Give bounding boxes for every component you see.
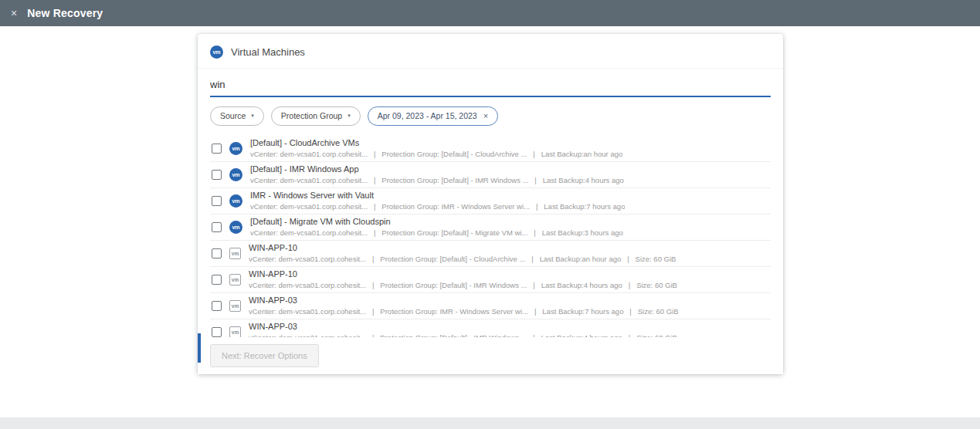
protection-group-filter-label: Protection Group — [281, 111, 342, 121]
vm-icon: vm — [229, 274, 241, 285]
vm-details: vCenter: dem-vcsa01.corp.cohesit... | Pr… — [250, 202, 625, 211]
vm-icon-label: vm — [232, 277, 239, 282]
next-recover-options-button[interactable]: Next: Recover Options — [210, 344, 319, 367]
vm-icon-label: vm — [212, 49, 220, 55]
vm-icon-label: vm — [232, 146, 239, 151]
vm-name: [Default] - IMR Windows App — [250, 164, 624, 174]
date-range-filter-chip[interactable]: Apr 09, 2023 - Apr 15, 2023 × — [368, 106, 498, 126]
vm-details: vCenter: dem-vcsa01.corp.cohesit... | Pr… — [249, 307, 679, 316]
vm-name: WIN-APP-10 — [249, 269, 677, 279]
row-checkbox[interactable] — [212, 196, 222, 206]
table-row[interactable]: vm WIN-APP-10 vCenter: dem-vcsa01.corp.c… — [210, 241, 771, 267]
row-checkbox[interactable] — [212, 144, 222, 154]
vm-icon: vm — [229, 248, 241, 259]
row-text: [Default] - IMR Windows App vCenter: dem… — [250, 164, 624, 184]
table-row[interactable]: vm [Default] - CloudArchive VMs vCenter:… — [210, 136, 771, 162]
vm-details: vCenter: dem-vcsa01.corp.cohesit... | Pr… — [249, 255, 676, 263]
row-checkbox[interactable] — [212, 222, 222, 232]
row-text: WIN-APP-10 vCenter: dem-vcsa01.corp.cohe… — [249, 243, 676, 263]
row-checkbox[interactable] — [212, 327, 222, 337]
vm-icon-label: vm — [232, 172, 239, 177]
filter-bar: Source ▾ Protection Group ▾ Apr 09, 2023… — [210, 106, 771, 126]
close-icon[interactable]: × — [11, 8, 17, 19]
vm-name: WIN-APP-03 — [249, 322, 677, 331]
card-header: vm Virtual Machines — [198, 34, 783, 69]
protection-group-filter-dropdown[interactable]: Protection Group ▾ — [271, 106, 361, 126]
vm-icon-label: vm — [232, 225, 239, 230]
vm-details: vCenter: dem-vcsa01.corp.cohesit... | Pr… — [250, 150, 622, 158]
source-filter-label: Source — [220, 111, 246, 121]
row-checkbox[interactable] — [212, 301, 222, 311]
row-text: IMR - Windows Server with Vault vCenter:… — [250, 191, 625, 211]
vm-icon: vm — [229, 326, 241, 338]
vm-details: vCenter: dem-vcsa01.corp.cohesit... | Pr… — [249, 281, 677, 289]
card-footer: Next: Recover Options — [198, 337, 783, 374]
virtual-machines-icon: vm — [210, 46, 223, 59]
vm-name: WIN-APP-03 — [249, 296, 679, 305]
table-row[interactable]: vm WIN-APP-10 vCenter: dem-vcsa01.corp.c… — [210, 267, 771, 293]
row-text: WIN-APP-03 vCenter: dem-vcsa01.corp.cohe… — [249, 296, 679, 316]
row-checkbox[interactable] — [212, 275, 222, 285]
vm-icon: vm — [229, 142, 242, 155]
search-input[interactable] — [210, 79, 771, 97]
row-checkbox[interactable] — [212, 248, 222, 258]
chevron-down-icon: ▾ — [251, 113, 254, 119]
vm-icon: vm — [229, 221, 242, 234]
header-bar: × New Recovery — [0, 0, 980, 26]
vm-icon-label: vm — [232, 329, 239, 335]
table-row[interactable]: vm WIN-APP-03 vCenter: dem-vcsa01.corp.c… — [210, 293, 771, 319]
vm-icon: vm — [229, 300, 241, 312]
row-checkbox[interactable] — [212, 170, 222, 180]
vm-icon-label: vm — [232, 251, 239, 256]
vm-details: vCenter: dem-vcsa01.corp.cohesit... | Pr… — [250, 228, 623, 237]
date-range-filter-label: Apr 09, 2023 - Apr 15, 2023 — [378, 111, 477, 121]
source-filter-dropdown[interactable]: Source ▾ — [210, 106, 264, 126]
table-row[interactable]: vm [Default] - Migrate VM with Cloudspin… — [210, 214, 771, 241]
vm-name: WIN-APP-10 — [249, 243, 676, 252]
vm-results-list: vm [Default] - CloudArchive VMs vCenter:… — [210, 136, 771, 340]
vm-details: vCenter: dem-vcsa01.corp.cohesit... | Pr… — [250, 176, 624, 184]
active-step-accent — [198, 333, 201, 363]
vm-icon-label: vm — [232, 303, 239, 309]
chevron-down-icon: ▾ — [348, 113, 351, 119]
row-text: [Default] - CloudArchive VMs vCenter: de… — [250, 138, 622, 158]
row-text: WIN-APP-10 vCenter: dem-vcsa01.corp.cohe… — [249, 269, 677, 289]
vm-icon: vm — [229, 194, 242, 208]
vm-icon: vm — [229, 168, 242, 181]
table-row[interactable]: vm IMR - Windows Server with Vault vCent… — [210, 188, 771, 214]
recovery-source-card: vm Virtual Machines Source ▾ Protection … — [198, 34, 783, 374]
row-text: [Default] - Migrate VM with Cloudspin vC… — [250, 217, 623, 237]
clear-date-filter-icon[interactable]: × — [483, 112, 488, 120]
bottom-band — [0, 417, 980, 429]
card-body: Source ▾ Protection Group ▾ Apr 09, 2023… — [198, 79, 783, 340]
page-title: New Recovery — [27, 7, 103, 19]
vm-name: [Default] - Migrate VM with Cloudspin — [250, 217, 623, 226]
vm-name: IMR - Windows Server with Vault — [250, 191, 625, 200]
table-row[interactable]: vm [Default] - IMR Windows App vCenter: … — [210, 162, 771, 188]
card-title: Virtual Machines — [231, 46, 305, 58]
vm-icon-label: vm — [232, 198, 239, 204]
vm-name: [Default] - CloudArchive VMs — [250, 138, 622, 147]
